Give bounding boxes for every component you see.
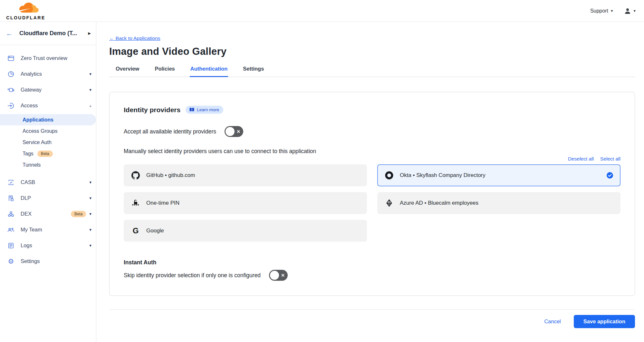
sidebar-item-tunnels[interactable]: Tunnels xyxy=(0,159,96,171)
access-submenu: Applications Access Groups Service Auth … xyxy=(0,114,96,171)
selected-check-icon xyxy=(606,172,613,179)
book-icon xyxy=(189,107,195,112)
chevron-up-icon: ▴ xyxy=(89,103,91,108)
provider-tile-azure-ad[interactable]: Azure AD • Bluecalm employees xyxy=(377,192,620,214)
people-icon xyxy=(7,226,15,234)
sidebar-item-access-groups[interactable]: Access Groups xyxy=(0,125,96,137)
manual-select-text: Manually select identity providers users… xyxy=(124,148,620,155)
account-name: Cloudflare Demo (T... xyxy=(19,30,88,37)
user-menu[interactable]: ▾ xyxy=(624,7,636,15)
chevron-down-icon: ▾ xyxy=(89,196,91,200)
support-menu[interactable]: Support ▾ xyxy=(590,8,613,14)
chevron-right-icon[interactable]: ▶ xyxy=(88,31,91,35)
provider-tile-google[interactable]: G Google xyxy=(124,220,367,242)
toggle-knob xyxy=(270,271,279,280)
sidebar-item-label: DLP xyxy=(21,195,89,201)
sidebar-item-casb[interactable]: CASB ▾ xyxy=(0,174,96,190)
tab-settings[interactable]: Settings xyxy=(242,66,264,77)
sidebar-item-label: Access xyxy=(21,103,89,109)
chevron-down-icon: ▾ xyxy=(89,243,91,248)
chevron-down-icon: ▾ xyxy=(89,88,91,92)
sidebar-item-logs[interactable]: Logs ▾ xyxy=(0,238,96,253)
user-icon xyxy=(624,7,631,15)
logo-wordmark: CLOUDFLARE xyxy=(6,15,45,20)
topbar-right: Support ▾ ▾ xyxy=(590,7,636,15)
sidebar-item-label: Analytics xyxy=(21,71,89,77)
footer-divider xyxy=(109,309,635,310)
github-icon xyxy=(131,171,140,180)
toggle-off-icon: ✕ xyxy=(281,273,285,278)
okta-icon xyxy=(385,171,393,180)
sidebar-item-label: Tunnels xyxy=(23,162,41,168)
tab-overview[interactable]: Overview xyxy=(115,66,140,77)
sidebar: ← Cloudflare Demo (T... ▶ Zero Trust ove… xyxy=(0,22,96,342)
provider-tile-one-time-pin[interactable]: **** One-time PIN xyxy=(124,192,367,214)
learn-more-badge[interactable]: Learn more xyxy=(186,106,223,114)
tab-authentication[interactable]: Authentication xyxy=(190,66,228,77)
sidebar-item-label: Logs xyxy=(21,242,89,249)
deselect-all-link[interactable]: Deselect all xyxy=(568,156,594,162)
chevron-down-icon: ▾ xyxy=(633,9,636,13)
sidebar-item-settings[interactable]: ⚙ Settings xyxy=(0,253,96,269)
app-shell: ← Cloudflare Demo (T... ▶ Zero Trust ove… xyxy=(0,22,644,342)
back-to-applications-link[interactable]: ← Back to Applications xyxy=(109,35,160,41)
sidebar-account-header: ← Cloudflare Demo (T... ▶ xyxy=(0,22,96,45)
toggle-off-icon: ✕ xyxy=(236,129,240,134)
sidebar-item-zero-trust-overview[interactable]: Zero Trust overview xyxy=(0,50,96,66)
sidebar-item-label: Applications xyxy=(23,117,53,123)
top-bar: CLOUDFLARE Support ▾ ▾ xyxy=(0,0,644,22)
accept-all-row: Accept all available identity providers … xyxy=(124,126,620,137)
tab-policies[interactable]: Policies xyxy=(154,66,175,77)
sidebar-item-gateway[interactable]: Gateway ▾ xyxy=(0,82,96,98)
sidebar-item-label: My Team xyxy=(21,227,89,233)
sidebar-nav: Zero Trust overview Analytics ▾ Gateway … xyxy=(0,45,96,269)
sidebar-item-label: Gateway xyxy=(21,87,89,93)
sidebar-item-label: Service Auth xyxy=(23,140,52,145)
provider-tile-github[interactable]: GitHub • github.com xyxy=(124,164,367,186)
sidebar-item-access[interactable]: Access ▴ xyxy=(0,98,96,113)
instant-auth-row: Skip identity provider selection if only… xyxy=(124,270,620,281)
pie-chart-icon xyxy=(7,70,15,78)
sidebar-item-my-team[interactable]: My Team ▾ xyxy=(0,222,96,238)
sidebar-item-dlp[interactable]: DLP ▾ xyxy=(0,190,96,206)
access-icon xyxy=(7,102,15,110)
instant-auth-label: Skip identity provider selection if only… xyxy=(124,272,261,279)
provider-grid: GitHub • github.com Okta • Skyflash Comp… xyxy=(124,164,620,242)
provider-name: One-time PIN xyxy=(146,200,360,206)
save-application-button[interactable]: Save application xyxy=(574,315,635,328)
accept-all-toggle[interactable]: ✕ xyxy=(225,126,243,137)
sidebar-item-label: Tags xyxy=(23,151,34,157)
instant-auth-toggle[interactable]: ✕ xyxy=(269,270,288,281)
sidebar-item-tags[interactable]: Tags Beta xyxy=(0,148,96,159)
casb-icon xyxy=(7,179,15,186)
footer-actions: Cancel Save application xyxy=(109,315,635,328)
document-lock-icon xyxy=(7,194,15,202)
provider-name: Azure AD • Bluecalm employees xyxy=(400,200,613,206)
sidebar-item-label: Zero Trust overview xyxy=(21,55,91,61)
gear-icon: ⚙ xyxy=(7,258,15,265)
cloudflare-logo[interactable]: CLOUDFLARE xyxy=(6,2,46,20)
provider-tile-okta[interactable]: Okta • Skyflash Company Directory xyxy=(377,164,620,186)
main-content: ← Back to Applications Image and Video G… xyxy=(96,22,644,342)
chevron-down-icon: ▾ xyxy=(89,212,91,216)
log-list-icon xyxy=(7,242,15,249)
chevron-down-icon: ▾ xyxy=(89,72,91,76)
chevron-down-icon: ▾ xyxy=(89,180,91,184)
sidebar-item-service-auth[interactable]: Service Auth xyxy=(0,137,96,148)
google-icon: G xyxy=(131,227,140,235)
provider-name: Google xyxy=(146,228,360,234)
sidebar-item-dex[interactable]: DEX Beta ▾ xyxy=(0,206,96,222)
card-title: Identity providers xyxy=(124,106,180,114)
support-label: Support xyxy=(590,8,608,14)
sidebar-item-analytics[interactable]: Analytics ▾ xyxy=(0,66,96,82)
cancel-button[interactable]: Cancel xyxy=(544,318,561,325)
sidebar-item-applications[interactable]: Applications xyxy=(0,114,96,125)
back-arrow-icon[interactable]: ← xyxy=(6,30,13,37)
toggle-knob xyxy=(226,127,235,136)
gateway-icon xyxy=(7,86,15,94)
one-time-pin-icon: **** xyxy=(131,200,140,207)
tab-bar: Overview Policies Authentication Setting… xyxy=(109,66,635,77)
learn-more-label: Learn more xyxy=(197,107,219,112)
accept-all-label: Accept all available identity providers xyxy=(124,128,216,135)
select-all-link[interactable]: Select all xyxy=(600,156,620,162)
